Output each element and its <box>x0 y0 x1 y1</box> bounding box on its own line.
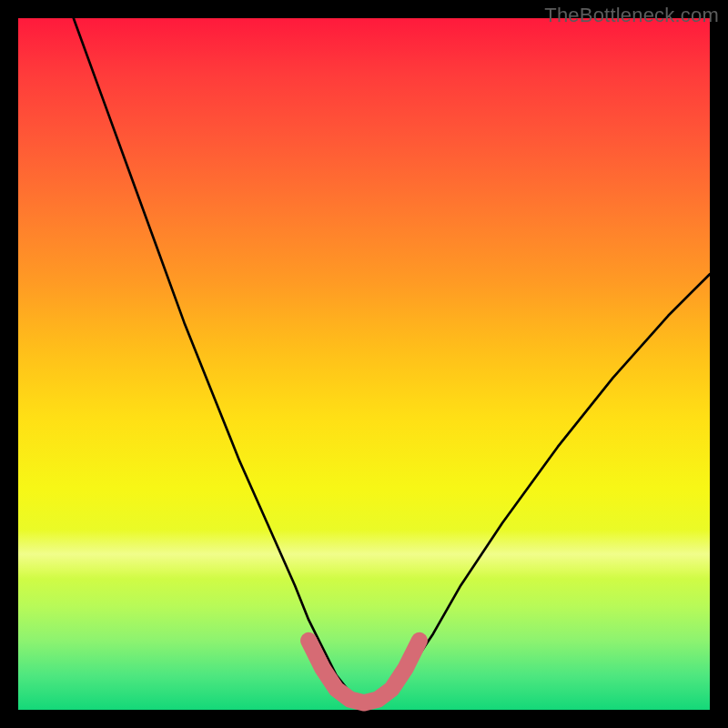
watermark-text: TheBottleneck.com <box>544 4 719 27</box>
plot-area <box>18 18 710 710</box>
chart-frame: TheBottleneck.com <box>0 0 728 728</box>
chart-svg <box>18 18 710 710</box>
chart-line-black <box>74 18 710 700</box>
chart-line-pink-trough <box>308 641 420 703</box>
